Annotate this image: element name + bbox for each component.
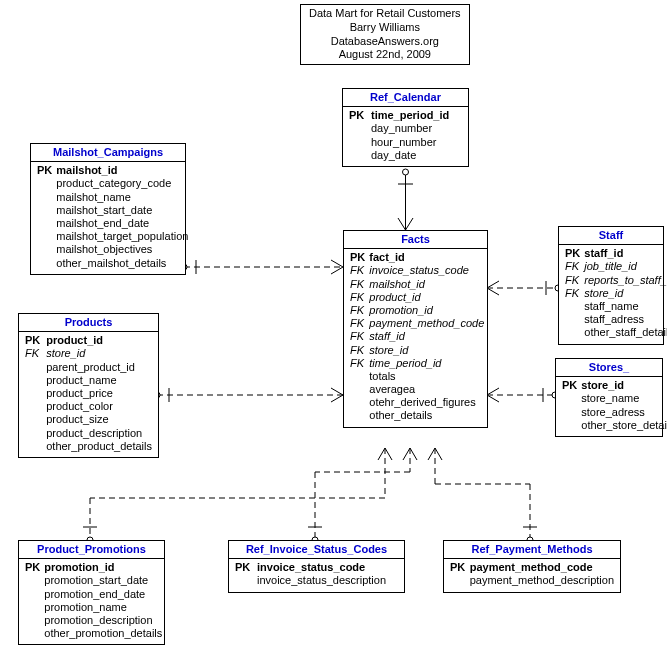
attr-key: PK (233, 561, 255, 574)
attr-row: FKstaff_id (348, 330, 486, 343)
attr-key (233, 574, 255, 587)
entity-ref-payment-methods: Ref_Payment_Methods PKpayment_method_cod… (443, 540, 621, 593)
attr-row: product_name (23, 374, 154, 387)
attr-row: FKstore_id (563, 287, 667, 300)
rel-stores-facts (487, 388, 558, 402)
rel-promotions-facts (83, 448, 392, 543)
attr-name: staff_id (582, 247, 667, 260)
entity-product-promotions: Product_Promotions PKpromotion_idpromoti… (18, 540, 165, 645)
attr-name: product_id (44, 334, 154, 347)
attr-row: PKinvoice_status_code (233, 561, 400, 574)
attr-row: mailshot_end_date (35, 217, 190, 230)
attr-key (23, 427, 44, 440)
attr-key (348, 370, 367, 383)
attr-name: reports_to_staff_id (582, 274, 667, 287)
attr-name: hour_number (369, 136, 464, 149)
attr-row: mailshot_name (35, 191, 190, 204)
attr-name: payment_method_code (367, 317, 486, 330)
attr-row: averagea (348, 383, 486, 396)
attr-key: FK (348, 291, 367, 304)
attr-row: promotion_end_date (23, 588, 164, 601)
attr-key (23, 627, 42, 640)
attr-key: PK (35, 164, 54, 177)
attr-key (347, 122, 369, 135)
entity-header: Facts (344, 231, 487, 249)
attr-row: store_adress (560, 406, 667, 419)
attr-key: PK (23, 334, 44, 347)
attr-row: FKmailshot_id (348, 278, 486, 291)
attr-name: averagea (367, 383, 486, 396)
attr-row: FKjob_title_id (563, 260, 667, 273)
attr-key (35, 204, 54, 217)
attr-key: FK (348, 317, 367, 330)
attr-row: FKstore_id (348, 344, 486, 357)
entity-header: Mailshot_Campaigns (31, 144, 185, 162)
attr-row: other_details (348, 409, 486, 422)
attr-key (35, 230, 54, 243)
attr-name: mailshot_start_date (54, 204, 190, 217)
attr-name: staff_id (367, 330, 486, 343)
attr-name: promotion_end_date (42, 588, 164, 601)
attr-key: PK (560, 379, 579, 392)
attr-row: FKproduct_id (348, 291, 486, 304)
attr-row: other_promotion_details (23, 627, 164, 640)
attr-name: day_date (369, 149, 464, 162)
attr-name: product_id (367, 291, 486, 304)
attr-name: other_mailshot_details (54, 257, 190, 270)
attr-name: mailshot_end_date (54, 217, 190, 230)
svg-line-8 (331, 260, 343, 267)
attr-row: FKreports_to_staff_id (563, 274, 667, 287)
attr-key (23, 361, 44, 374)
attr-row: FKpromotion_id (348, 304, 486, 317)
rel-payment-facts (428, 448, 537, 543)
attr-row: staff_adress (563, 313, 667, 326)
attr-key: PK (347, 109, 369, 122)
attr-row: FKtime_period_id (348, 357, 486, 370)
attr-row: promotion_name (23, 601, 164, 614)
attr-name: promotion_start_date (42, 574, 164, 587)
attr-key: FK (563, 274, 582, 287)
attr-table: PKfact_idFKinvoice_status_codeFKmailshot… (348, 251, 486, 422)
attr-row: day_number (347, 122, 464, 135)
svg-line-24 (487, 395, 499, 402)
svg-line-3 (398, 218, 406, 230)
attr-row: PKfact_id (348, 251, 486, 264)
attr-name: store_id (44, 347, 154, 360)
entity-header: Ref_Payment_Methods (444, 541, 620, 559)
svg-line-19 (487, 288, 499, 295)
attr-key: PK (23, 561, 42, 574)
attr-name: payment_method_description (468, 574, 616, 587)
attr-name: mailshot_name (54, 191, 190, 204)
attr-row: invoice_status_description (233, 574, 400, 587)
attr-name: store_name (579, 392, 667, 405)
attr-name: other_staff_details (582, 326, 667, 339)
svg-line-4 (406, 218, 414, 230)
attr-row: PKtime_period_id (347, 109, 464, 122)
attr-row: FKinvoice_status_code (348, 264, 486, 277)
attr-row: promotion_start_date (23, 574, 164, 587)
rel-invoice-facts (308, 448, 417, 543)
attr-key (563, 300, 582, 313)
attr-name: totals (367, 370, 486, 383)
attr-name: other_promotion_details (42, 627, 164, 640)
attr-table: PKpromotion_idpromotion_start_datepromot… (23, 561, 164, 640)
attr-name: mailshot_target_population (54, 230, 190, 243)
attr-name: product_color (44, 400, 154, 413)
attr-key: FK (23, 347, 44, 360)
attr-row: totals (348, 370, 486, 383)
attr-key: FK (563, 260, 582, 273)
attr-row: other_staff_details (563, 326, 667, 339)
entity-staff: Staff PKstaff_idFKjob_title_idFKreports_… (558, 226, 664, 345)
attr-key (35, 257, 54, 270)
attr-row: PKmailshot_id (35, 164, 190, 177)
attr-key (23, 601, 42, 614)
attr-row: product_price (23, 387, 154, 400)
entity-header: Product_Promotions (19, 541, 164, 559)
attr-table: PKmailshot_idproduct_category_codemailsh… (35, 164, 190, 270)
entity-header: Stores_ (556, 359, 662, 377)
attr-key (563, 313, 582, 326)
attr-row: day_date (347, 149, 464, 162)
svg-line-18 (487, 281, 499, 288)
attr-key (35, 191, 54, 204)
attr-name: otehr_derived_figures (367, 396, 486, 409)
